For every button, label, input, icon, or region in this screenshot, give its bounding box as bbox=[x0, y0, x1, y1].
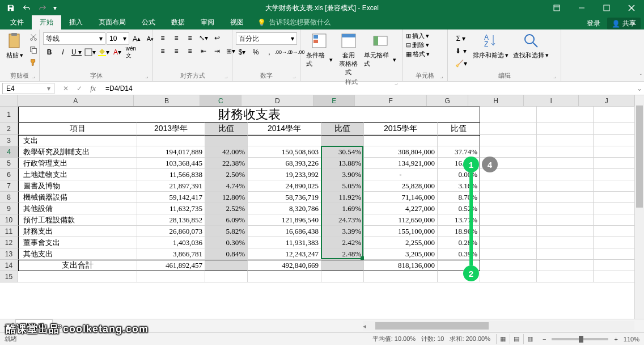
cell-H12[interactable] bbox=[480, 237, 537, 248]
cell-A6[interactable]: 土地建物支出 bbox=[18, 169, 137, 180]
col-header-C[interactable]: C bbox=[200, 95, 242, 107]
cell-G3[interactable] bbox=[438, 135, 480, 146]
zoom-out-icon[interactable]: − bbox=[543, 336, 546, 343]
cell-I4[interactable] bbox=[537, 146, 594, 158]
cell-I15[interactable] bbox=[537, 271, 594, 282]
cell-B5[interactable]: 103,368,445 bbox=[137, 158, 205, 169]
cell-D4[interactable]: 150,508,603 bbox=[248, 146, 321, 158]
percent-icon[interactable]: % bbox=[249, 47, 262, 58]
cell-F14[interactable]: 818,136,000 bbox=[364, 260, 438, 271]
copy-icon[interactable] bbox=[27, 44, 40, 56]
format-as-table-button[interactable]: 套用 表格格式 bbox=[335, 31, 362, 78]
cell-G12[interactable]: 0.28% bbox=[438, 237, 480, 248]
cell-I3[interactable] bbox=[537, 135, 594, 146]
page-layout-view-icon[interactable]: ▤ bbox=[510, 334, 523, 344]
tab-review[interactable]: 审阅 bbox=[193, 15, 222, 29]
login-link[interactable]: 登录 bbox=[587, 19, 600, 28]
cell-F15[interactable] bbox=[364, 271, 438, 282]
cell-H8[interactable] bbox=[480, 192, 537, 203]
cell-F3[interactable] bbox=[364, 135, 438, 146]
vertical-scrollbar[interactable] bbox=[634, 95, 644, 319]
cell-G2[interactable]: 比值 bbox=[438, 123, 480, 135]
align-right-icon[interactable]: ≡ bbox=[184, 45, 196, 57]
cell-A14[interactable]: 支出合計 bbox=[18, 260, 137, 271]
cell-D15[interactable] bbox=[248, 271, 321, 282]
normal-view-icon[interactable]: ▦ bbox=[496, 334, 510, 344]
cell-styles-button[interactable]: 单元格样式▾ bbox=[362, 31, 399, 69]
cell-D5[interactable]: 68,393,226 bbox=[248, 158, 321, 169]
cell-E4[interactable]: 30.54% bbox=[321, 146, 364, 158]
autosum-icon[interactable]: Σ ▾ bbox=[452, 33, 469, 44]
col-header-D[interactable]: D bbox=[242, 95, 313, 107]
tab-data[interactable]: 数据 bbox=[163, 15, 193, 29]
tab-insert[interactable]: 插入 bbox=[61, 15, 91, 29]
cell-B11[interactable]: 26,860,073 bbox=[137, 226, 205, 237]
border-icon[interactable]: ▾ bbox=[84, 47, 96, 58]
close-icon[interactable] bbox=[619, 0, 644, 16]
align-bottom-icon[interactable]: ≡ bbox=[184, 32, 196, 44]
fill-icon[interactable]: ⬇ ▾ bbox=[452, 45, 469, 57]
cell-B8[interactable]: 59,142,417 bbox=[137, 192, 205, 203]
row-header-5[interactable]: 5 bbox=[0, 158, 18, 169]
fx-icon[interactable]: fx bbox=[86, 83, 100, 94]
cell-C10[interactable]: 6.09% bbox=[205, 214, 248, 226]
col-header-G[interactable]: G bbox=[427, 95, 468, 107]
cell-I7[interactable] bbox=[537, 180, 594, 192]
row-header-14[interactable]: 14 bbox=[0, 260, 18, 271]
cell-E2[interactable]: 比值 bbox=[321, 123, 364, 135]
cell-E3[interactable] bbox=[321, 135, 364, 146]
indent-increase-icon[interactable]: ⇥ bbox=[211, 45, 223, 57]
cell-I6[interactable] bbox=[537, 169, 594, 180]
align-middle-icon[interactable]: ≡ bbox=[170, 32, 183, 44]
increase-decimal-icon[interactable]: .00→.0 bbox=[277, 47, 289, 58]
cell-F11[interactable]: 155,100,000 bbox=[364, 226, 438, 237]
format-painter-icon[interactable] bbox=[27, 57, 40, 68]
tab-home[interactable]: 开始 bbox=[32, 15, 61, 29]
undo-icon[interactable] bbox=[19, 1, 34, 15]
cell-E14[interactable] bbox=[321, 260, 364, 271]
cell-B14[interactable]: 461,892,457 bbox=[137, 260, 205, 271]
cell-F12[interactable]: 2,255,000 bbox=[364, 237, 438, 248]
fill-color-icon[interactable]: ▾ bbox=[98, 47, 110, 58]
cell-F8[interactable]: 71,146,000 bbox=[364, 192, 438, 203]
cell-C12[interactable]: 0.30% bbox=[205, 237, 248, 248]
cell-A5[interactable]: 行政管理支出 bbox=[18, 158, 137, 169]
cell-B4[interactable]: 194,017,889 bbox=[137, 146, 205, 158]
cancel-icon[interactable]: ✕ bbox=[59, 83, 73, 94]
align-center-icon[interactable]: ≡ bbox=[170, 45, 183, 57]
cell-G4[interactable]: 37.74% bbox=[438, 146, 480, 158]
bold-icon[interactable]: B bbox=[43, 47, 56, 58]
cut-icon[interactable] bbox=[27, 32, 40, 43]
zoom-slider[interactable] bbox=[552, 338, 608, 340]
cell-G13[interactable]: 0.39% bbox=[438, 248, 480, 260]
cell-I1[interactable] bbox=[537, 107, 594, 123]
cell-B12[interactable]: 1,403,036 bbox=[137, 237, 205, 248]
cell-I2[interactable] bbox=[537, 123, 594, 135]
cell-B10[interactable]: 28,136,852 bbox=[137, 214, 205, 226]
phonetic-icon[interactable]: wén文 bbox=[125, 47, 137, 58]
format-cells-button[interactable]: ▦格式 ▾ bbox=[406, 50, 430, 58]
cell-A1[interactable]: 財務收支表 bbox=[18, 107, 480, 123]
name-box[interactable]: E4▾ bbox=[2, 83, 54, 94]
cell-F6[interactable]: - bbox=[364, 169, 438, 180]
row-header-10[interactable]: 10 bbox=[0, 214, 18, 226]
cell-E5[interactable]: 13.88% bbox=[321, 158, 364, 169]
font-color-icon[interactable]: A▾ bbox=[111, 47, 124, 58]
cell-H1[interactable] bbox=[480, 107, 537, 123]
align-left-icon[interactable]: ≡ bbox=[156, 45, 169, 57]
cell-C14[interactable] bbox=[205, 260, 248, 271]
cell-E12[interactable]: 2.42% bbox=[321, 237, 364, 248]
cell-A15[interactable] bbox=[18, 271, 137, 282]
cell-C4[interactable]: 42.00% bbox=[205, 146, 248, 158]
orientation-icon[interactable]: ⤡▾ bbox=[197, 32, 210, 44]
tab-view[interactable]: 视图 bbox=[222, 15, 252, 29]
cell-I9[interactable] bbox=[537, 203, 594, 214]
cell-H3[interactable] bbox=[480, 135, 537, 146]
col-header-B[interactable]: B bbox=[134, 95, 200, 107]
cell-I12[interactable] bbox=[537, 237, 594, 248]
cell-D6[interactable]: 19,233,992 bbox=[248, 169, 321, 180]
find-select-button[interactable]: 查找和选择▾ bbox=[511, 31, 551, 61]
share-button[interactable]: 👤共享 bbox=[607, 18, 641, 29]
cell-C11[interactable]: 5.82% bbox=[205, 226, 248, 237]
tab-file[interactable]: 文件 bbox=[2, 15, 32, 29]
